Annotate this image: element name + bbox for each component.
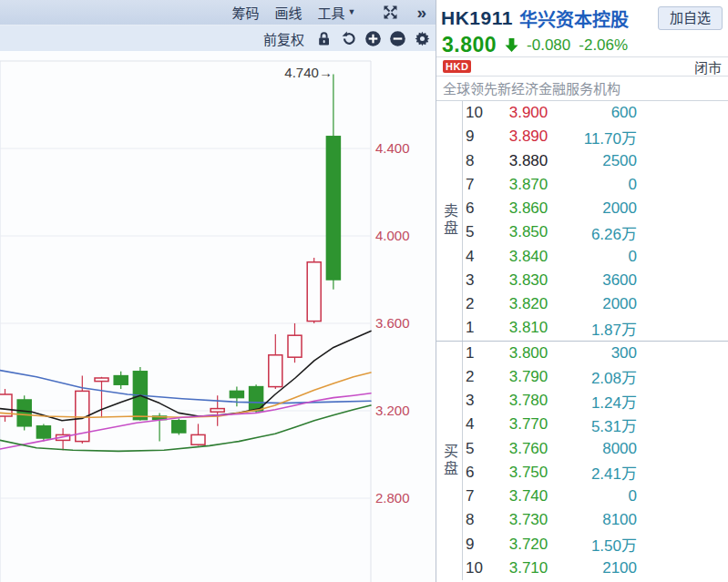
order-price: 3.710 [491,559,566,577]
order-volume: 6.26万 [566,221,637,244]
order-book-row[interactable]: 103.7102100 [463,556,728,580]
order-volume: 8000 [566,440,637,458]
order-level: 7 [466,487,491,505]
order-price: 3.770 [491,415,566,434]
order-level: 4 [466,248,491,266]
svg-text:3.200: 3.200 [375,403,410,418]
order-price: 3.720 [491,536,566,554]
order-book-row[interactable]: 13.8101.87万 [463,316,728,340]
zoom-out-icon[interactable] [389,30,406,47]
order-volume: 2.08万 [566,365,637,388]
order-volume: 2000 [566,199,637,218]
order-level: 5 [466,223,491,241]
chart-toolbar-top: 筹码 画线 工具 ▼ » [0,0,436,26]
buy-side-label: 买盘 [436,342,463,581]
order-book-row[interactable]: 23.7902.08万 [463,365,728,389]
currency-badge: HKD [443,60,471,73]
fullscreen-icon[interactable] [382,4,399,21]
svg-text:4.400: 4.400 [375,140,410,156]
order-book-row[interactable]: 93.89011.70万 [463,125,728,148]
order-price: 3.850 [491,223,566,241]
order-level: 2 [466,368,491,386]
quote-pane: HK1911 华兴资本控股 加自选 3.800 -0.080 -2.06% HK… [436,0,728,582]
order-level: 9 [466,128,491,146]
order-book-row[interactable]: 93.7201.50万 [463,533,728,556]
order-book-row[interactable]: 33.7801.24万 [463,389,728,413]
last-price: 3.800 [442,33,497,57]
order-book-row[interactable]: 63.8602000 [463,197,728,220]
order-book-row[interactable]: 13.800300 [463,342,728,365]
order-level: 1 [466,319,491,337]
zoom-in-icon[interactable] [364,30,382,47]
order-book-row[interactable]: 63.7502.41万 [463,461,728,485]
order-price: 3.870 [491,176,566,194]
stock-code: HK1911 [441,7,513,29]
price-down-arrow-icon [505,37,518,53]
order-volume: 1.24万 [566,390,637,413]
order-volume: 5.31万 [566,414,637,436]
order-book-row[interactable]: 83.7308100 [463,508,728,532]
candlestick-chart-svg: 4.4004.0003.6003.2002.8004.740→ [0,51,436,582]
stock-app-window: 筹码 画线 工具 ▼ » 前复权 [0,0,728,582]
order-price: 3.840 [491,248,566,266]
order-volume: 2.41万 [566,461,637,484]
order-book-row[interactable]: 73.7400 [463,485,728,508]
order-volume: 8100 [566,511,637,529]
settings-gear-icon[interactable] [414,30,431,47]
order-book-row[interactable]: 43.7705.31万 [463,413,728,436]
order-rows-buy: 13.80030023.7902.08万33.7801.24万43.7705.3… [463,342,728,581]
order-book-row[interactable]: 103.900600 [463,101,728,125]
svg-text:4.000: 4.000 [375,228,410,243]
order-book-row[interactable]: 73.8700 [463,173,728,197]
order-volume: 600 [566,104,637,122]
order-book-row[interactable]: 43.8400 [463,245,728,269]
order-book-row[interactable]: 83.8802500 [463,149,728,173]
add-watchlist-button[interactable]: 加自选 [658,6,723,30]
order-volume: 2000 [566,295,637,313]
price-change-percent: -2.06% [579,36,628,55]
order-price: 3.800 [491,344,566,362]
order-price: 3.900 [491,104,566,122]
order-level: 8 [466,152,491,170]
order-volume: 0 [566,487,637,505]
order-price: 3.780 [491,392,566,410]
order-volume: 2500 [566,152,637,170]
stock-name[interactable]: 华兴资本控股 [519,5,629,32]
order-rows-sell: 103.90060093.89011.70万83.880250073.87006… [463,101,728,341]
order-price: 3.740 [491,487,566,505]
order-price: 3.730 [491,511,566,529]
order-price: 3.760 [491,440,566,458]
order-book-row[interactable]: 53.8506.26万 [463,220,728,244]
adjust-mode-button[interactable]: 前复权 [263,29,304,48]
order-volume: 1.87万 [566,317,637,340]
order-book-row[interactable]: 33.8303600 [463,269,728,292]
price-row: 3.800 -0.080 -2.06% [436,34,728,56]
order-book-row[interactable]: 53.7608000 [463,437,728,461]
sell-order-book: 卖盘 103.90060093.89011.70万83.880250073.87… [436,101,728,341]
lock-icon[interactable] [315,30,333,47]
order-level: 1 [466,344,491,362]
order-volume: 0 [566,248,637,266]
order-volume: 3600 [566,271,637,290]
order-level: 2 [466,295,491,313]
order-price: 3.810 [491,319,566,337]
order-book-row[interactable]: 23.8202000 [463,292,728,316]
order-level: 6 [466,464,491,482]
tools-menu-button[interactable]: 工具 ▼ [317,3,355,22]
draw-line-tool-button[interactable]: 画线 [274,3,302,22]
caret-down-icon: ▼ [348,8,356,16]
more-chevron-icon[interactable]: » [416,3,426,23]
chips-tool-button[interactable]: 筹码 [231,3,259,22]
undo-icon[interactable] [340,30,357,47]
buy-order-book: 买盘 13.80030023.7902.08万33.7801.24万43.770… [436,341,728,581]
order-level: 9 [466,536,491,554]
candlestick-chart[interactable]: 4.4004.0003.6003.2002.8004.740→ [0,51,436,582]
order-volume: 0 [566,176,637,194]
order-level: 10 [466,104,491,122]
order-level: 4 [466,415,491,434]
order-volume: 1.50万 [566,533,637,556]
order-price: 3.860 [491,199,566,218]
order-price: 3.820 [491,295,566,313]
svg-text:2.800: 2.800 [375,490,410,505]
order-level: 10 [466,559,491,577]
